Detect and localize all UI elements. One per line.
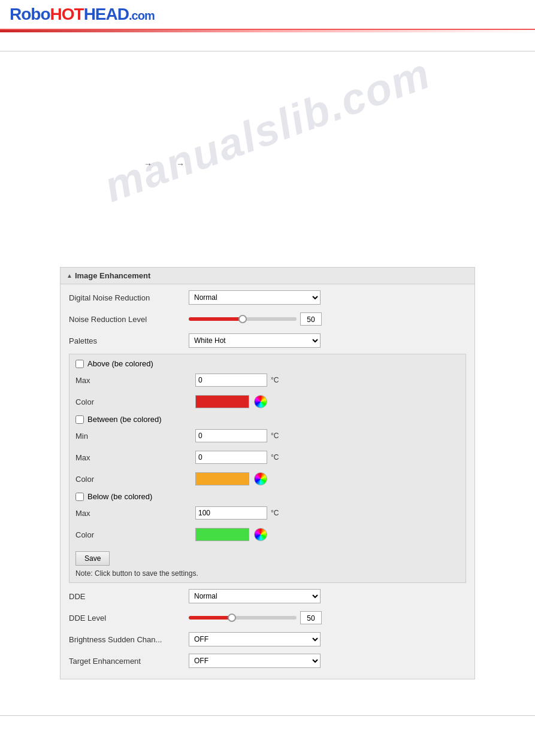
dde-level-slider-value: 50 [300,611,322,624]
below-max-row: Max °C [75,505,460,521]
logo-hot: HOT [50,5,84,23]
dde-level-control: 50 [189,611,466,624]
arrow1: → [144,159,152,169]
between-min-label: Min [75,432,195,441]
between-color-row-inner [195,472,460,485]
section-header: ▲ Image Enhancement [61,268,474,284]
digital-noise-reduction-row: Digital Noise Reduction Normal [69,289,466,306]
above-color-picker-icon[interactable] [254,395,267,408]
logo-robo: Robo [10,5,50,23]
between-max-unit: °C [271,453,279,462]
between-checkbox-row: Between (be colored) [75,415,460,424]
logo: RoboHOTHEAD.com [10,5,155,24]
dde-select[interactable]: Normal [189,589,321,603]
between-color-box[interactable] [195,472,249,485]
palettes-control: White Hot [189,333,466,348]
above-max-label: Max [75,376,195,385]
section-body: Digital Noise Reduction Normal Noise Red… [61,284,474,679]
target-control: OFF [189,654,466,668]
below-max-unit: °C [271,509,279,517]
target-row: Target Enhancement OFF [69,652,466,669]
dde-level-label: DDE Level [69,614,189,623]
brightness-control: OFF [189,632,466,646]
above-color-control [195,395,460,408]
red-bar [0,30,535,32]
above-checkbox[interactable] [75,360,84,368]
above-max-control: °C [195,374,460,387]
brightness-row: Brightness Sudden Chan... OFF [69,631,466,648]
above-max-input[interactable] [195,374,267,387]
above-color-label: Color [75,397,195,406]
between-max-label: Max [75,453,195,462]
noise-reduction-level-label: Noise Reduction Level [69,315,189,324]
between-color-row: Color [75,470,460,487]
target-select[interactable]: OFF [189,654,321,668]
noise-reduction-slider-track [189,317,297,321]
noise-reduction-level-row: Noise Reduction Level 50 [69,311,466,327]
below-color-label: Color [75,530,195,539]
between-min-input[interactable] [195,429,267,442]
dde-level-slider-track [189,616,297,620]
note-text: Note: Click button to save the settings. [75,569,460,578]
above-checkbox-row: Above (be colored) [75,359,460,368]
between-max-control: °C [195,451,460,464]
logo-dot: .com [129,9,155,22]
colored-subsection: Above (be colored) Max °C Color [69,354,466,583]
section-title: Image Enhancement [75,271,150,280]
between-min-unit: °C [271,432,279,440]
above-max-row: Max °C [75,372,460,388]
below-color-picker-icon[interactable] [254,528,267,541]
palettes-label: Palettes [69,336,189,345]
between-color-control [195,472,460,485]
between-color-label: Color [75,475,195,484]
dde-control: Normal [189,589,466,603]
between-max-input[interactable] [195,451,267,464]
below-color-row-inner [195,528,460,541]
dde-level-row: DDE Level 50 [69,609,466,626]
between-label: Between (be colored) [87,415,162,424]
above-max-unit: °C [271,376,279,384]
below-checkbox-row: Below (be colored) [75,492,460,501]
section-collapse-arrow[interactable]: ▲ [67,272,72,279]
below-color-box[interactable] [195,528,249,541]
between-checkbox[interactable] [75,415,84,424]
digital-noise-reduction-label: Digital Noise Reduction [69,293,189,302]
between-color-picker-icon[interactable] [254,472,267,485]
below-label: Below (be colored) [87,492,152,501]
noise-reduction-level-control: 50 [189,312,466,326]
below-color-control [195,528,460,541]
digital-noise-reduction-control: Normal [189,290,466,305]
digital-noise-reduction-select[interactable]: Normal [189,290,321,305]
between-min-control: °C [195,429,460,442]
footer [0,715,535,751]
below-checkbox[interactable] [75,493,84,501]
above-color-box[interactable] [195,395,249,408]
below-max-label: Max [75,509,195,518]
noise-reduction-slider-thumb[interactable] [238,315,247,323]
below-max-input[interactable] [195,506,267,520]
main-content: manualslib.com → → ▲ Image Enhancement D… [0,63,535,691]
below-max-control: °C [195,506,460,520]
between-min-row: Min °C [75,427,460,444]
header: RoboHOTHEAD.com [0,0,535,30]
dde-level-slider-container: 50 [189,611,466,624]
watermark-text: manualslib.com [98,48,437,212]
target-label: Target Enhancement [69,657,189,666]
brightness-select[interactable]: OFF [189,632,321,646]
brightness-label: Brightness Sudden Chan... [69,635,189,644]
watermark-area: manualslib.com → → [24,75,511,267]
dde-label: DDE [69,592,189,601]
above-color-row: Color [75,393,460,410]
dde-level-slider-thumb[interactable] [228,614,236,622]
nav-bar [0,34,535,51]
between-max-row: Max °C [75,449,460,466]
noise-reduction-slider-container: 50 [189,312,466,326]
save-button[interactable]: Save [75,551,110,566]
image-enhancement-section: ▲ Image Enhancement Digital Noise Reduct… [60,267,475,679]
palettes-select[interactable]: White Hot [189,333,321,348]
arrows-row: → → [144,159,185,169]
above-label: Above (be colored) [87,359,153,368]
palettes-row: Palettes White Hot [69,332,466,349]
arrow2: → [176,159,185,169]
logo-head: HEAD [84,5,129,23]
